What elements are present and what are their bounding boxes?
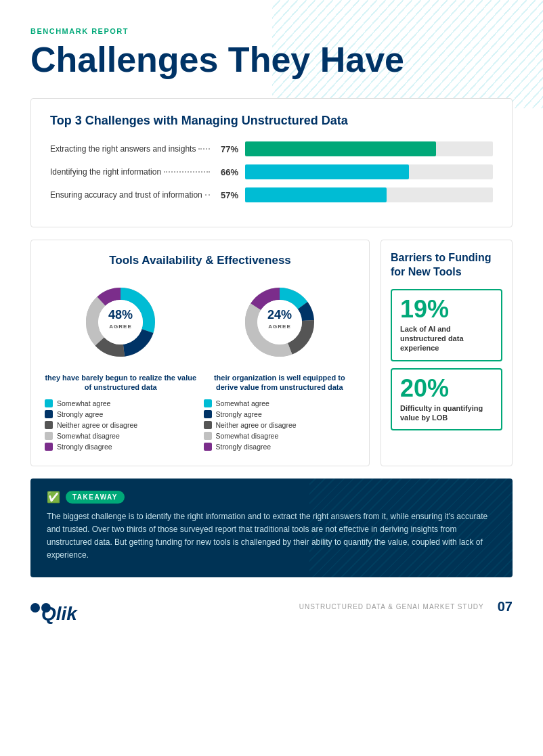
svg-text:24%: 24% (267, 308, 292, 321)
bar-pct-2: 66% (213, 167, 238, 177)
tools-title: Tools Availability & Effectiveness (45, 254, 355, 267)
takeaway-label: ✅ Takeaway (47, 491, 496, 504)
bar-pct-1: 77% (213, 144, 238, 154)
donut2-legend: Somewhat agree Strongly agree Neither ag… (204, 399, 356, 451)
svg-text:AGREE: AGREE (110, 324, 132, 330)
takeaway-box: ✅ Takeaway The biggest challenge is to i… (30, 479, 513, 577)
barriers-title: Barriers to Funding for New Tools (391, 251, 502, 280)
tools-box: Tools Availability & Effectiveness (30, 240, 370, 466)
takeaway-text: The biggest challenge is to identify the… (47, 510, 496, 562)
barrier-pct-2: 20% (400, 376, 493, 401)
svg-point-15 (257, 300, 302, 344)
donut1-label: they have barely begun to realize the va… (45, 373, 197, 393)
footer-page: 07 (498, 599, 513, 615)
main-title: Challenges They Have (30, 41, 513, 79)
bar-label-1: Extracting the right answers and insight… (50, 144, 196, 154)
barriers-box: Barriers to Funding for New Tools 19% La… (381, 240, 513, 466)
bar-row-3: Ensuring accuracy and trust of informati… (50, 187, 493, 202)
bar-row-2: Identifying the right information 66% (50, 164, 493, 179)
donut-col-2: 24% AGREE their organization is well equ… (204, 278, 356, 453)
bar-label-2: Identifying the right information (50, 167, 161, 177)
takeaway-badge: Takeaway (66, 491, 125, 504)
bar-label-3: Ensuring accuracy and trust of informati… (50, 190, 202, 200)
donut-col-1: 48% AGREE they have barely begun to real… (45, 278, 197, 453)
donut2-label: their organization is well equipped to d… (204, 373, 356, 393)
barrier-card-1: 19% Lack of AI and unstructured data exp… (391, 289, 502, 361)
svg-text:48%: 48% (108, 308, 133, 321)
svg-text:AGREE: AGREE (268, 324, 290, 330)
challenges-box: Top 3 Challenges with Managing Unstructu… (30, 98, 513, 227)
footer-logo: Qlik (30, 596, 52, 618)
barrier-desc-1: Lack of AI and unstructured data experie… (400, 324, 493, 353)
svg-point-6 (98, 300, 143, 344)
takeaway-icon: ✅ (47, 491, 60, 504)
benchmark-label: Benchmark Report (30, 27, 513, 35)
bar-row-1: Extracting the right answers and insight… (50, 141, 493, 156)
challenges-title: Top 3 Challenges with Managing Unstructu… (50, 114, 493, 128)
donut1-legend: Somewhat agree Strongly agree Neither ag… (45, 399, 197, 451)
barrier-desc-2: Difficulty in quantifying value by LOB (400, 403, 493, 423)
barrier-card-2: 20% Difficulty in quantifying value by L… (391, 368, 502, 431)
footer-study: Unstructured Data & GenAI Market Study (299, 603, 484, 610)
bar-pct-3: 57% (213, 190, 238, 200)
logo-dot (30, 603, 40, 613)
footer: Qlik Unstructured Data & GenAI Market St… (30, 596, 513, 618)
barrier-pct-1: 19% (400, 297, 493, 321)
